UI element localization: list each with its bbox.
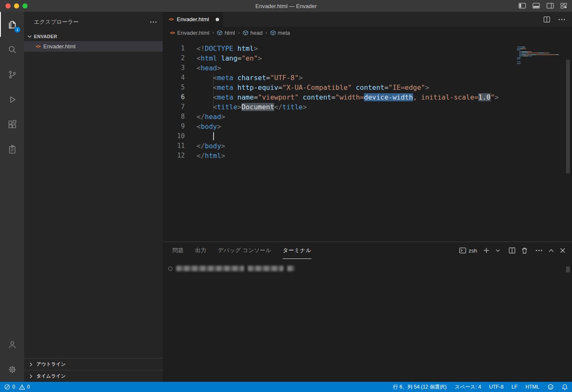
shell-label: zsh xyxy=(469,247,477,254)
zoom-window-button[interactable] xyxy=(22,3,28,8)
folder-section-header[interactable]: ENVADER xyxy=(24,32,163,41)
breadcrumb-item[interactable]: <>Envader.html xyxy=(170,30,209,36)
file-item-envader-html[interactable]: <> Envader.html xyxy=(24,41,163,52)
explorer-sidebar: エクスプローラー ENVADER <> Envader.html アウトライン … xyxy=(24,12,163,382)
text-caret xyxy=(213,132,214,140)
panel-tabs: 問題出力デバッグ コンソールターミナル xyxy=(172,242,311,259)
explorer-badge: 1 xyxy=(14,26,21,33)
activity-run-debug-button[interactable] xyxy=(0,87,24,112)
code-line[interactable]: 11</body> xyxy=(163,141,572,151)
code-line[interactable]: 9<body> xyxy=(163,122,572,131)
panel-tab[interactable]: 問題 xyxy=(172,242,184,259)
code-line[interactable]: 1<!DOCTYPE html> xyxy=(163,44,572,53)
line-number: 10 xyxy=(163,131,185,141)
activity-search-button[interactable] xyxy=(0,37,24,62)
warning-icon xyxy=(19,384,25,390)
activity-extensions-button[interactable] xyxy=(0,112,24,137)
editor-scrollbar[interactable] xyxy=(566,60,570,173)
html-file-icon: <> xyxy=(170,30,175,36)
panel-tab[interactable]: 出力 xyxy=(195,242,207,259)
notifications-bell-icon[interactable] xyxy=(562,384,568,390)
indent-guide xyxy=(213,73,214,83)
breadcrumb-separator: › xyxy=(266,30,267,36)
tab-label: Envader.html xyxy=(177,16,209,22)
panel-more-actions-icon[interactable] xyxy=(536,250,542,251)
settings-button[interactable] xyxy=(0,357,24,382)
code-line[interactable]: 4 <meta charset="UTF-8"> xyxy=(163,73,572,83)
toggle-sidebar-icon[interactable] xyxy=(519,3,526,8)
tab-envader-html[interactable]: <> Envader.html xyxy=(163,12,223,27)
run-debug-icon xyxy=(7,95,17,105)
language-mode-status[interactable]: HTML xyxy=(525,384,539,390)
cursor-position-status[interactable]: 行 6、列 54 (12 個選択) xyxy=(393,384,447,391)
terminal-redacted-text xyxy=(287,266,294,271)
launch-profile-chevron-icon[interactable] xyxy=(496,249,500,252)
eol-status[interactable]: LF xyxy=(511,384,517,390)
line-number: 12 xyxy=(163,151,185,161)
code-line[interactable]: 6 <meta name="viewport" content="width=d… xyxy=(163,92,572,102)
encoding-status[interactable]: UTF-8 xyxy=(489,384,503,390)
code-line[interactable]: 5 <meta http-equiv="X-UA-Compatible" con… xyxy=(163,83,572,92)
minimize-window-button[interactable] xyxy=(14,3,19,8)
feedback-icon[interactable] xyxy=(547,384,554,390)
terminal-scrollbar[interactable] xyxy=(566,267,570,272)
maximize-panel-icon[interactable] xyxy=(549,249,554,252)
panel-tab[interactable]: ターミナル xyxy=(283,242,311,259)
breadcrumb-label: Envader.html xyxy=(177,30,209,36)
editor-more-actions-icon[interactable] xyxy=(558,19,565,20)
split-editor-icon[interactable] xyxy=(544,17,550,22)
warning-count: 0 xyxy=(27,384,30,390)
code-line[interactable]: 8</head> xyxy=(163,112,572,122)
breadcrumb-label: html xyxy=(225,30,235,36)
html-file-icon: <> xyxy=(169,17,173,22)
code-line[interactable]: 3<head> xyxy=(163,63,572,73)
account-icon xyxy=(7,339,17,350)
chevron-right-icon xyxy=(28,374,33,379)
close-window-button[interactable] xyxy=(6,3,11,8)
panel-tab[interactable]: デバッグ コンソール xyxy=(218,242,271,259)
html-file-icon: <> xyxy=(36,44,40,49)
activity-explorer-button[interactable]: 1 xyxy=(0,12,24,37)
code-editor[interactable]: 1<!DOCTYPE html>2<html lang="en">3<head>… xyxy=(163,39,572,242)
breadcrumb-item[interactable]: head xyxy=(243,30,263,36)
accounts-button[interactable] xyxy=(0,332,24,357)
code-line[interactable]: 12</html> xyxy=(163,151,572,161)
indent-guide xyxy=(213,83,214,92)
outline-section-header[interactable]: アウトライン xyxy=(24,358,163,370)
breadcrumb-separator: › xyxy=(238,30,240,36)
code-line[interactable]: 2<html lang="en"> xyxy=(163,53,572,63)
terminal-shell-select[interactable]: zsh xyxy=(459,247,477,254)
timeline-section-header[interactable]: タイムライン xyxy=(24,370,163,382)
line-number: 11 xyxy=(163,141,185,151)
error-count: 0 xyxy=(12,384,15,390)
toggle-secondary-sidebar-icon[interactable] xyxy=(547,3,554,8)
code-line[interactable]: 10 xyxy=(163,131,572,141)
close-panel-icon[interactable] xyxy=(560,248,565,253)
split-terminal-icon[interactable] xyxy=(509,247,515,253)
code-line[interactable]: 7 <title>Document</title> xyxy=(163,102,572,112)
terminal-output[interactable] xyxy=(163,259,572,271)
toggle-panel-icon[interactable] xyxy=(533,3,540,8)
sidebar-title: エクスプローラー xyxy=(34,18,79,26)
explorer-more-actions-icon[interactable] xyxy=(150,21,157,23)
breadcrumb-item[interactable]: html xyxy=(217,30,235,36)
symbol-cube-icon xyxy=(217,30,222,36)
activity-source-control-button[interactable] xyxy=(0,62,24,87)
terminal-redacted-text xyxy=(248,266,283,271)
activity-clipboard-button[interactable] xyxy=(0,137,24,162)
customize-layout-icon[interactable] xyxy=(561,3,567,8)
problems-status[interactable]: 0 0 xyxy=(4,384,30,390)
new-terminal-icon[interactable] xyxy=(483,247,489,253)
line-number: 6 xyxy=(163,92,185,102)
file-item-label: Envader.html xyxy=(43,43,75,50)
indent-guide xyxy=(213,102,214,112)
indentation-status[interactable]: スペース: 4 xyxy=(455,384,481,391)
symbol-cube-icon xyxy=(243,30,248,36)
kill-terminal-icon[interactable] xyxy=(522,247,528,254)
breadcrumb-label: head xyxy=(250,30,263,36)
status-bar: 0 0 行 6、列 54 (12 個選択) スペース: 4 UTF-8 LF H… xyxy=(0,382,572,392)
window-title: Envader.html — Envader xyxy=(255,3,317,9)
minimap[interactable] xyxy=(517,43,563,61)
breadcrumb-item[interactable]: meta xyxy=(270,30,290,36)
tab-modified-dot[interactable] xyxy=(216,18,219,21)
